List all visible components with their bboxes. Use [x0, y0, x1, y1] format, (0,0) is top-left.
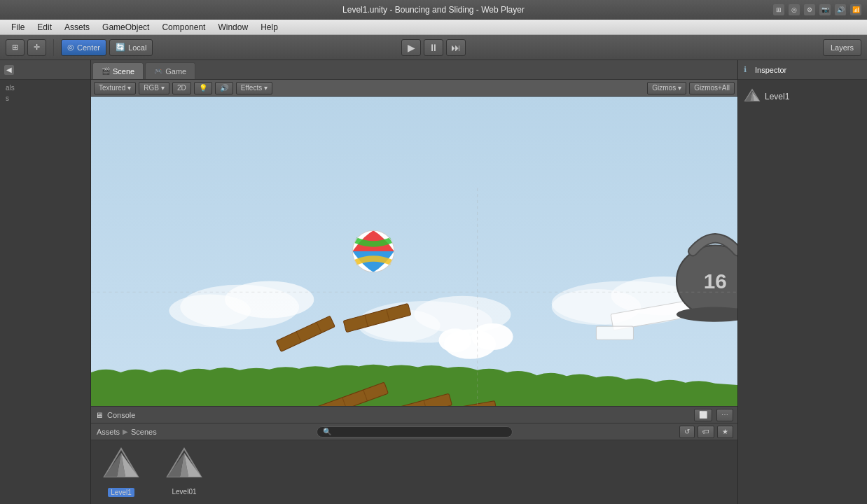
local-icon: 🔄	[116, 43, 125, 52]
menu-window[interactable]: Window	[212, 21, 254, 34]
asset-icon-level01	[165, 446, 204, 485]
console-tab[interactable]: Console	[107, 411, 135, 419]
right-panel: ℹ Inspector Level1	[737, 60, 867, 504]
assets-toolbar-right: ↺ 🏷 ★	[679, 426, 733, 438]
unity-logo-icon	[744, 88, 761, 105]
inspector-info-icon: ℹ	[744, 65, 747, 74]
breadcrumb-assets[interactable]: Assets	[97, 428, 120, 436]
menu-gameobject[interactable]: GameObject	[97, 21, 155, 34]
left-panel-header: ◀	[0, 60, 90, 80]
game-tab-label: Game	[165, 67, 186, 76]
menu-help[interactable]: Help	[255, 21, 284, 34]
console-bar: 🖥 Console ⬜ ⋯	[91, 407, 737, 424]
asset-label-level01: Level01	[172, 488, 196, 496]
console-collapse[interactable]: ⬜	[694, 409, 712, 421]
svg-point-3	[169, 295, 251, 328]
console-options[interactable]: ⋯	[716, 409, 733, 421]
local-label: Local	[128, 43, 146, 52]
sys-icon-6[interactable]: 📶	[850, 4, 861, 15]
svg-rect-29	[596, 326, 633, 340]
sys-icon-2[interactable]: ◎	[789, 4, 800, 15]
sys-icon-3[interactable]: ⚙	[804, 4, 815, 15]
local-button[interactable]: 🔄 Local	[109, 39, 153, 56]
playback-controls: ▶ ⏸ ⏭	[401, 39, 466, 56]
title-bar: Level1.unity - Bouncing and Sliding - We…	[0, 0, 867, 20]
transform-tools: ⊞ ✛	[6, 39, 46, 56]
gizmos-label: Gizmos	[652, 84, 676, 92]
lights-button[interactable]: 💡	[194, 82, 212, 94]
textured-chevron: ▾	[127, 84, 131, 92]
2d-button[interactable]: 2D	[172, 82, 191, 94]
pivot-tools: ◎ Center 🔄 Local	[61, 39, 153, 56]
center-area: 🎬 Scene 🎮 Game Textured ▾ RGB ▾ 2D 💡 🔊	[91, 60, 737, 504]
viewport[interactable]: 16	[91, 97, 737, 406]
inspector-item-name: Level1	[765, 92, 789, 102]
toolbar-separator-1	[53, 39, 54, 56]
assets-refresh-button[interactable]: ↺	[679, 426, 695, 438]
layers-button[interactable]: Layers	[823, 39, 861, 56]
scene-toolbar: Textured ▾ RGB ▾ 2D 💡 🔊 Effects ▾ Gizmos…	[91, 80, 737, 97]
scene-tab-label: Scene	[113, 67, 134, 76]
textured-button[interactable]: Textured ▾	[94, 82, 136, 94]
textured-label: Textured	[99, 84, 125, 92]
center-label: Center	[77, 43, 100, 52]
scene-game-tabs: 🎬 Scene 🎮 Game	[91, 60, 737, 80]
svg-rect-0	[91, 97, 737, 406]
main-layout: ◀ als s 🎬 Scene 🎮 Game Textured ▾	[0, 60, 867, 504]
rgb-chevron: ▾	[161, 84, 165, 92]
center-button[interactable]: ◎ Center	[61, 39, 106, 56]
play-button[interactable]: ▶	[401, 39, 421, 56]
asset-icon-level1	[102, 446, 141, 485]
all-button[interactable]: Gizmos+All	[689, 82, 735, 94]
breadcrumb-separator: ▶	[123, 428, 128, 435]
svg-text:16: 16	[704, 270, 727, 293]
assets-content: Level1 Level01	[91, 440, 737, 504]
all-label: Gizmos+All	[694, 84, 730, 92]
sys-icon-1[interactable]: ⊞	[773, 4, 784, 15]
system-icons: ⊞ ◎ ⚙ 📷 🔊 📶	[773, 4, 861, 15]
tab-scene[interactable]: 🎬 Scene	[92, 62, 144, 79]
menu-assets[interactable]: Assets	[59, 21, 95, 34]
breadcrumb-scenes[interactable]: Scenes	[131, 428, 157, 436]
menu-edit[interactable]: Edit	[32, 21, 57, 34]
move-tool-button[interactable]: ✛	[27, 39, 46, 56]
bottom-panels: 🖥 Console ⬜ ⋯ Assets ▶ Scenes ↺ 🏷 ★	[91, 406, 737, 504]
hierarchy-content: als s	[0, 80, 90, 504]
center-icon: ◎	[67, 43, 74, 52]
hand-tool-button[interactable]: ⊞	[6, 39, 25, 56]
gizmos-chevron: ▾	[678, 84, 681, 92]
menu-bar: File Edit Assets GameObject Component Wi…	[0, 20, 867, 35]
svg-point-12	[439, 328, 472, 352]
inspector-header: ℹ Inspector	[738, 60, 867, 80]
sys-icon-4[interactable]: 📷	[819, 4, 831, 15]
rgb-button[interactable]: RGB ▾	[139, 82, 169, 94]
left-panel: ◀ als s	[0, 60, 91, 504]
2d-label: 2D	[177, 84, 186, 92]
tab-game[interactable]: 🎮 Game	[145, 62, 195, 79]
asset-item-level01[interactable]: Level01	[160, 446, 209, 496]
menu-component[interactable]: Component	[156, 21, 211, 34]
assets-breadcrumb: Assets ▶ Scenes ↺ 🏷 ★	[91, 424, 737, 440]
assets-star-button[interactable]: ★	[717, 426, 733, 438]
effects-button[interactable]: Effects ▾	[236, 82, 272, 94]
game-scene: 16	[91, 97, 737, 406]
menu-file[interactable]: File	[6, 21, 30, 34]
sys-icon-5[interactable]: 🔊	[835, 4, 846, 15]
gizmos-button[interactable]: Gizmos ▾	[647, 82, 686, 94]
pause-button[interactable]: ⏸	[424, 39, 443, 56]
audio-button[interactable]: 🔊	[215, 82, 233, 94]
asset-label-level1: Level1	[108, 488, 134, 497]
collapse-button[interactable]: ◀	[4, 65, 14, 75]
step-button[interactable]: ⏭	[446, 39, 466, 56]
console-icon: 🖥	[95, 411, 103, 419]
effects-label: Effects	[241, 84, 262, 92]
window-title: Level1.unity - Bouncing and Sliding - We…	[342, 5, 525, 15]
assets-search-input[interactable]	[317, 426, 513, 438]
inspector-tab[interactable]: Inspector	[751, 64, 791, 76]
asset-item-level1[interactable]: Level1	[97, 446, 146, 497]
assets-tag-button[interactable]: 🏷	[698, 426, 714, 438]
inspector-content: Level1	[738, 80, 867, 504]
effects-chevron: ▾	[264, 84, 268, 92]
toolbar: ⊞ ✛ ◎ Center 🔄 Local ▶ ⏸ ⏭ Layers	[0, 35, 867, 60]
rgb-label: RGB	[144, 84, 159, 92]
